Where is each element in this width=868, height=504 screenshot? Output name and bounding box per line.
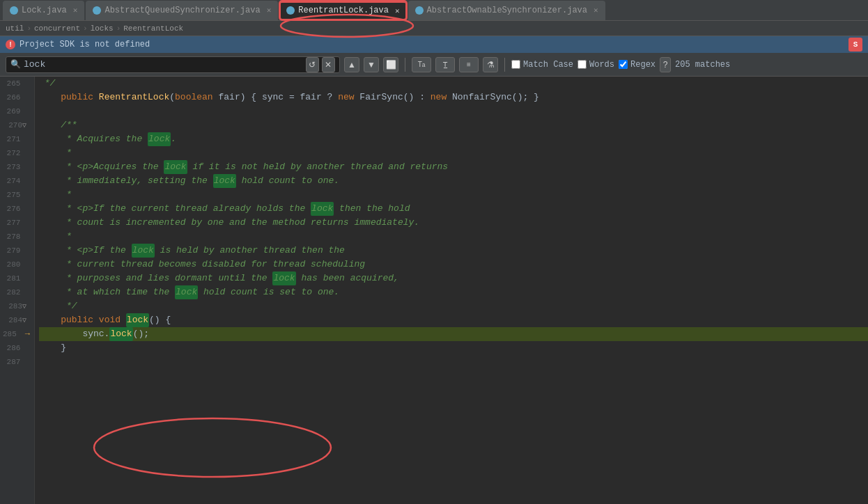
search-format-btn1[interactable]: Ta — [412, 57, 431, 72]
search-clear-btn[interactable]: ✕ — [322, 57, 335, 72]
gutter-line-270: 270▽ — [0, 118, 34, 132]
words-text: Words — [589, 60, 614, 70]
line-number-271: 271 — [3, 135, 20, 143]
arrow-285: → — [25, 329, 30, 339]
gutter-line-282: 282 — [0, 285, 34, 299]
line-number-269: 269 — [3, 107, 20, 116]
fold-btn-270[interactable]: ▽ — [22, 121, 26, 129]
code-line-277: * count is incremented by one and the me… — [39, 216, 868, 230]
match-case-checkbox[interactable] — [511, 60, 520, 69]
tab-lock[interactable]: Lock.java ✕ — [3, 1, 84, 20]
tab-aqs-label: AbstractQueuedSynchronizer.java — [104, 6, 260, 15]
code-line-281: * purposes and lies dormant until the lo… — [39, 271, 868, 285]
gutter-line-281: 281 — [0, 271, 34, 285]
tab-rl[interactable]: ReentrantLock.java ✕ — [279, 1, 406, 20]
code-line-274: * immediately, setting the lock hold cou… — [39, 174, 868, 188]
gutter-line-275: 275 — [0, 188, 34, 202]
tab-aos-close[interactable]: ✕ — [594, 6, 598, 15]
line-number-281: 281 — [3, 274, 20, 283]
tab-aos-label: AbstractOwnableSynchronizer.java — [427, 6, 587, 15]
gutter-line-286: 286 — [0, 341, 34, 355]
search-wrapper: 🔍 ↺ ✕ — [6, 56, 340, 73]
line-number-282: 282 — [3, 288, 20, 297]
tab-aqs-close[interactable]: ✕ — [267, 6, 272, 15]
code-line-278: * — [39, 230, 868, 244]
line-number-266: 266 — [3, 93, 20, 102]
gutter: 265266269270▽271272273274275276277278279… — [0, 77, 35, 504]
tab-rl-close[interactable]: ✕ — [395, 6, 400, 15]
gutter-line-273: 273 — [0, 160, 34, 174]
words-label[interactable]: Words — [578, 60, 614, 70]
code-content: */ public ReentrantLock(boolean fair) { … — [35, 77, 868, 504]
regex-label[interactable]: Regex — [619, 60, 656, 70]
search-wrap-btn[interactable]: ⬜ — [383, 57, 398, 72]
search-up-btn[interactable]: ▲ — [344, 57, 359, 72]
code-line-287 — [39, 355, 868, 369]
match-count: 205 matches — [675, 60, 730, 70]
code-line-279: * <p>If the lock is held by another thre… — [39, 244, 868, 258]
java-icon — [10, 6, 18, 15]
words-checkbox[interactable] — [578, 60, 587, 69]
gutter-line-285: 285→ — [0, 327, 34, 341]
tab-lock-label: Lock.java — [22, 6, 67, 15]
line-number-278: 278 — [3, 233, 20, 241]
fold-btn-284[interactable]: ▽ — [22, 316, 26, 324]
line-number-274: 274 — [3, 177, 20, 185]
gutter-line-276: 276 — [0, 202, 34, 216]
line-number-279: 279 — [3, 246, 20, 255]
code-line-270: /** — [39, 118, 868, 132]
fold-btn-283[interactable]: ▽ — [22, 302, 26, 310]
search-help-btn[interactable]: ? — [660, 57, 671, 72]
code-line-276: * <p>If the current thread already holds… — [39, 202, 868, 216]
line-number-265: 265 — [3, 79, 20, 88]
breadcrumb-concurrent[interactable]: concurrent — [34, 24, 80, 33]
tab-rl-label: ReentrantLock.java — [298, 6, 389, 15]
gutter-line-280: 280 — [0, 258, 34, 271]
code-line-271: * Acquires the lock. — [39, 132, 868, 146]
gutter-line-265: 265 — [0, 77, 34, 90]
code-line-269 — [39, 104, 868, 118]
line-number-272: 272 — [3, 149, 20, 157]
search-filter-btn[interactable]: ⚗ — [483, 57, 498, 72]
breadcrumb-reentrantlock[interactable]: ReentrantLock — [123, 24, 183, 33]
line-number-284: 284 — [3, 316, 22, 324]
match-case-text: Match Case — [523, 60, 573, 70]
gutter-line-272: 272 — [0, 146, 34, 160]
java-icon-aos — [415, 6, 424, 15]
code-line-283: */ — [39, 299, 868, 313]
match-case-label[interactable]: Match Case — [511, 60, 573, 70]
search-prev-btn[interactable]: ↺ — [306, 57, 319, 72]
search-input[interactable] — [24, 59, 303, 70]
code-line-280: * current thread becomes disabled for th… — [39, 258, 868, 271]
gutter-line-279: 279 — [0, 244, 34, 258]
line-number-277: 277 — [3, 219, 20, 227]
java-icon-rl — [286, 6, 295, 15]
tab-aos[interactable]: AbstractOwnableSynchronizer.java ✕ — [408, 1, 605, 20]
tab-aqs[interactable]: AbstractQueuedSynchronizer.java ✕ — [86, 1, 278, 20]
breadcrumb: util › concurrent › locks › ReentrantLoc… — [0, 21, 868, 36]
search-format-btn3[interactable]: ≡ — [459, 57, 479, 72]
gutter-line-269: 269 — [0, 104, 34, 118]
breadcrumb-util[interactable]: util — [6, 24, 24, 33]
regex-checkbox[interactable] — [619, 60, 628, 69]
separator-1 — [405, 58, 405, 72]
line-number-286: 286 — [3, 344, 20, 352]
line-number-273: 273 — [3, 163, 20, 171]
code-line-265: */ — [39, 77, 868, 90]
line-number-270: 270 — [3, 121, 22, 129]
search-down-btn[interactable]: ▼ — [364, 57, 379, 72]
gutter-line-287: 287 — [0, 355, 34, 369]
code-line-273: * <p>Acquires the lock if it is not held… — [39, 160, 868, 174]
code-line-272: * — [39, 146, 868, 160]
line-number-285: 285 — [3, 330, 17, 338]
breadcrumb-locks[interactable]: locks — [91, 24, 114, 33]
line-number-275: 275 — [3, 191, 20, 199]
tab-lock-close[interactable]: ✕ — [73, 6, 78, 15]
java-icon-aqs — [93, 6, 101, 15]
gutter-line-271: 271 — [0, 132, 34, 146]
info-message: Project SDK is not defined — [20, 40, 150, 49]
code-line-286: } — [39, 341, 868, 355]
info-bar: ! Project SDK is not defined S — [0, 36, 868, 53]
line-number-280: 280 — [3, 260, 20, 269]
search-format-btn2[interactable]: T̲ — [435, 57, 455, 72]
